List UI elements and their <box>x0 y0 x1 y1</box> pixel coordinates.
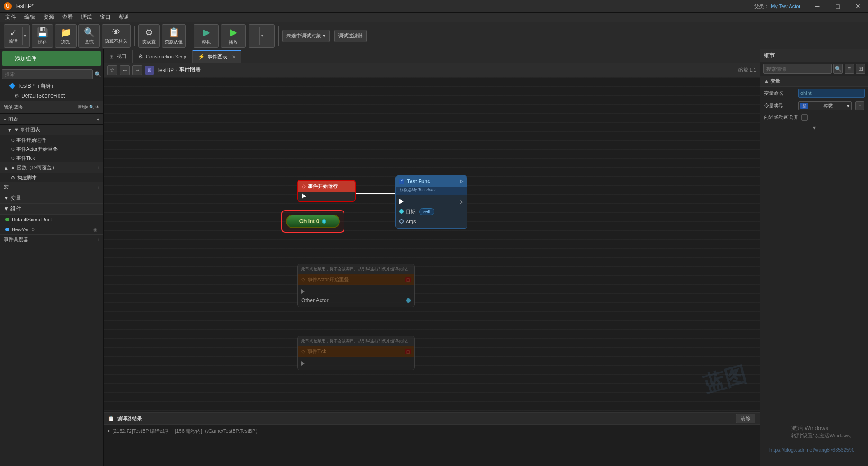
functions-section-header[interactable]: ▲ ▲ 函数（19可覆盖） + <box>0 162 103 173</box>
self-label: TestBP（自身） <box>18 82 56 90</box>
event-begin-play-item[interactable]: ◇ 事件开始运行 <box>0 135 103 144</box>
my-blueprints-options: +新增▾ 🔍 👁 <box>76 104 99 110</box>
minimize-button[interactable]: ─ <box>807 0 827 13</box>
expose-checkbox[interactable] <box>801 114 808 121</box>
var-type-icon: 整 <box>800 103 808 109</box>
details-view-button[interactable]: ≡ <box>845 64 854 74</box>
debug-filter-button[interactable]: 调试过滤器 <box>334 30 367 42</box>
event-begin-right-pin: □ <box>348 184 351 189</box>
compile-button[interactable]: ✓ 编译 ▾ <box>4 24 30 48</box>
var-name-input[interactable] <box>798 89 865 98</box>
new-var-dot <box>5 228 9 231</box>
clear-compiler-button[interactable]: 清除 <box>736 414 755 423</box>
class-settings-button[interactable]: ⚙ 类设置 <box>138 24 160 48</box>
menu-window[interactable]: 窗口 <box>96 13 114 22</box>
title-bar: U TestBP* 父类： My Test Actor ─ □ ✕ <box>0 0 868 13</box>
browse-button[interactable]: 📁 浏览 <box>55 24 77 48</box>
event-begin-play-node[interactable]: ◇ 事件开始运行 □ <box>297 180 356 202</box>
play-button[interactable]: ▶ 播放 <box>221 24 246 48</box>
toolbar-separator-1 <box>134 26 135 46</box>
details-title: 细节 <box>764 52 775 59</box>
variables-add-button[interactable]: + <box>96 195 99 202</box>
blueprint-canvas[interactable]: ◇ 事件开始运行 □ f Test Func ▷ 目标是My Test Acto… <box>104 77 760 412</box>
var-type-label: 变量类型 <box>764 103 796 109</box>
menu-edit[interactable]: 编辑 <box>21 13 39 22</box>
event-graph-subsection[interactable]: ▼ ▼ 事件图表 <box>0 125 103 135</box>
expand-properties-button[interactable]: ▾ <box>813 124 816 131</box>
event-tick-item[interactable]: ◇ 事件Tick <box>0 153 103 162</box>
graphs-add-button[interactable]: + <box>97 116 99 122</box>
save-button[interactable]: 💾 保存 <box>32 24 53 48</box>
test-func-node[interactable]: f Test Func ▷ 目标是My Test Actor ▷ 目标 self <box>395 175 467 229</box>
graphs-section-header[interactable]: + 图表 + <box>0 114 103 125</box>
event-actor-overlap-item[interactable]: ◇ 事件Actor开始重叠 <box>0 144 103 153</box>
details-search-button[interactable]: 🔍 <box>833 64 843 74</box>
play-dropdown-button[interactable]: ▾ <box>249 24 275 48</box>
event-graph-tab-close[interactable]: ✕ <box>232 54 235 59</box>
add-component-button[interactable]: + + 添加组件 <box>2 51 101 66</box>
right-sidebar: 细节 🔍 ≡ ⊞ ▲ 变量 变量命名 变量类型 整 整数 ▾ ≡ <box>760 49 868 466</box>
expand-properties-row: ▾ <box>760 122 868 133</box>
menu-asset[interactable]: 资源 <box>40 13 58 22</box>
oh-int-inner[interactable]: Oh Int 0 <box>286 215 340 228</box>
event-begin-play-icon: ◇ <box>11 137 14 143</box>
default-scene-root-comp-item[interactable]: DefaultSceneRoot <box>0 215 103 224</box>
var-type-array-toggle[interactable]: ≡ <box>855 101 864 110</box>
component-search-input[interactable] <box>2 69 93 79</box>
event-dispatcher-add-button[interactable]: + <box>97 237 99 242</box>
left-sidebar: + + 添加组件 🔍 🔷 TestBP（自身） ⚙ DefaultSceneRo… <box>0 49 104 466</box>
my-blueprints-header[interactable]: 我的蓝图 +新增▾ 🔍 👁 <box>0 101 103 114</box>
var-name-property: 变量命名 <box>760 87 868 99</box>
viewport-tab[interactable]: ⊞ 视口 <box>104 50 132 63</box>
details-options-button[interactable]: ⊞ <box>856 64 865 74</box>
nav-back-button[interactable]: ← <box>120 65 130 75</box>
var-type-dropdown[interactable]: 整 整数 ▾ <box>798 101 852 110</box>
macro-section[interactable]: 宏 + <box>0 182 103 193</box>
component-search-row: 🔍 <box>0 67 103 81</box>
debug-filter-label: 调试过滤器 <box>338 32 363 39</box>
disabled-actor-begin-node[interactable]: 此节点被禁用，将不会被调用。从引脚连出引线来编译功能。 ◇ 事件Actor开始重… <box>297 264 415 307</box>
nav-forward-button[interactable]: → <box>132 65 142 75</box>
debug-object-dropdown[interactable]: 未选中调试对象 ▾ <box>282 30 330 42</box>
construction-script-tab[interactable]: ⚙ Construction Scrip <box>132 50 192 63</box>
default-scene-root-item[interactable]: ⚙ DefaultSceneRoot <box>0 91 103 101</box>
hide-unrelated-button[interactable]: 👁 隐藏不相关 <box>102 24 131 48</box>
zoom-level: 缩放 1:1 <box>738 67 756 73</box>
menu-file[interactable]: 文件 <box>2 13 20 22</box>
event-begin-play-label: 事件开始运行 <box>16 137 46 143</box>
self-component-item[interactable]: 🔷 TestBP（自身） <box>0 81 103 91</box>
construct-script-item[interactable]: ⚙ 构建脚本 <box>0 173 103 182</box>
disabled-tick-node[interactable]: 此节点被禁用，将不会被调用。从引脚连出引线来编译功能。 ◇ 事件Tick □ <box>297 336 415 370</box>
oh-int-label: Oh Int 0 <box>299 218 320 224</box>
menu-debug[interactable]: 调试 <box>77 13 95 22</box>
oh-int-node[interactable]: Oh Int 0 <box>281 210 344 233</box>
play-icon: ▶ <box>230 27 237 38</box>
functions-add-button[interactable]: + <box>97 165 99 170</box>
event-dispatcher-row[interactable]: 事件调度器 + <box>0 234 103 244</box>
components-sub-add-button[interactable]: + <box>96 206 99 212</box>
new-var-item[interactable]: NewVar_0 ◉ <box>0 224 103 234</box>
parent-link[interactable]: My Test Actor <box>771 4 800 9</box>
event-graph-tab[interactable]: ⚡ 事件图表 ✕ <box>192 50 241 63</box>
class-defaults-button[interactable]: 📋 类默认值 <box>162 24 186 48</box>
maximize-button[interactable]: □ <box>827 0 848 13</box>
star-bookmark-button[interactable]: ☆ <box>107 65 117 75</box>
macro-add-button[interactable]: + <box>97 185 99 190</box>
event-begin-label: 事件开始运行 <box>308 183 338 190</box>
func-icon: f <box>399 179 404 184</box>
window-title: TestBP* <box>14 3 34 9</box>
compile-label: 编译 <box>9 38 18 45</box>
wire-connections <box>104 77 760 412</box>
close-button[interactable]: ✕ <box>848 0 868 13</box>
variables-panel-header: ▲ 变量 <box>760 76 868 87</box>
menu-help[interactable]: 帮助 <box>115 13 133 22</box>
details-search-input[interactable] <box>763 64 832 74</box>
blueprint-icon-button[interactable]: ⊞ <box>145 66 154 75</box>
compile-dropdown-arrow[interactable]: ▾ <box>22 27 27 45</box>
add-component-label: + 添加组件 <box>10 55 36 63</box>
menu-view[interactable]: 查看 <box>59 13 77 22</box>
simulate-button[interactable]: ▶ 模拟 <box>194 24 219 48</box>
breadcrumb-blueprint[interactable]: TestBP <box>157 67 174 73</box>
play-dropdown-arrow[interactable]: ▾ <box>259 27 265 45</box>
find-button[interactable]: 🔍 查找 <box>78 24 100 48</box>
